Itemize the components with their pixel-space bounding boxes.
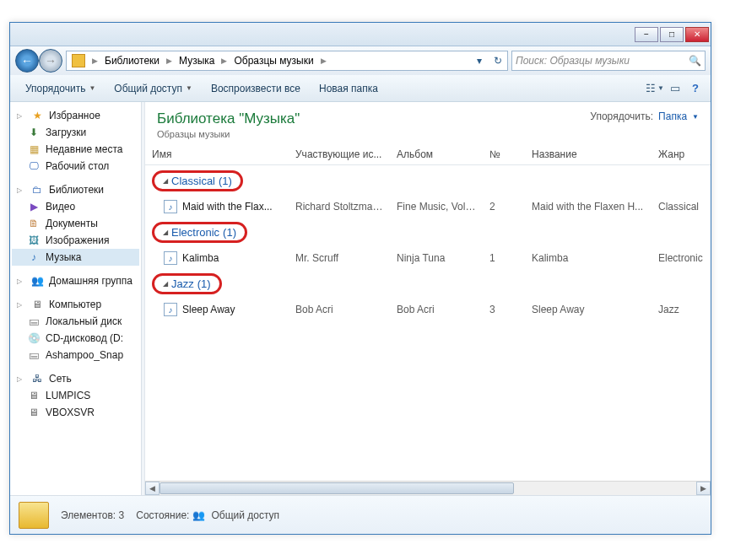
chevron-right-icon[interactable]: ▶ (90, 57, 100, 65)
column-genre[interactable]: Жанр (652, 148, 711, 160)
column-headers: Имя Участвующие ис... Альбом № Название … (145, 144, 711, 165)
titlebar: − □ ✕ (10, 23, 711, 46)
content-pane: Библиотека "Музыка" Образцы музыки Упоря… (145, 102, 711, 495)
expand-icon[interactable]: ▷ (17, 301, 25, 309)
sidebar-item-documents[interactable]: 🗎Документы (12, 215, 139, 232)
scroll-right-arrow[interactable]: ▶ (696, 482, 711, 495)
sidebar-item-cd-drive[interactable]: 💿CD-дисковод (D: (12, 330, 139, 347)
sidebar-item-vboxsvr[interactable]: 🖥VBOXSVR (12, 404, 139, 421)
scroll-thumb[interactable] (160, 482, 514, 494)
sidebar-item-libraries[interactable]: ▷🗀Библиотеки (12, 181, 139, 198)
item-count: Элементов: 3 (61, 509, 124, 521)
network-icon: 🖧 (30, 372, 44, 385)
group-header[interactable]: ◢ Jazz (1) (145, 268, 711, 299)
sidebar-item-local-disk[interactable]: 🖴Локальный диск (12, 313, 139, 330)
sidebar-item-images[interactable]: 🖼Изображения (12, 232, 139, 249)
expand-icon[interactable]: ▷ (17, 112, 25, 120)
sidebar-item-ashampoo[interactable]: 🖴Ashampoo_Snap (12, 347, 139, 363)
shared-status: Состояние: 👥 Общий доступ (136, 509, 279, 521)
sidebar-item-homegroup[interactable]: ▷👥Домашняя группа (12, 272, 139, 289)
navigation-pane: ▷★Избранное ⬇Загрузки ▦Недавние места 🖵Р… (10, 102, 142, 495)
sidebar-item-network[interactable]: ▷🖧Сеть (12, 370, 139, 387)
chevron-right-icon[interactable]: ▶ (219, 57, 229, 65)
collapse-icon[interactable]: ◢ (163, 177, 168, 185)
share-icon: 👥 (192, 509, 208, 521)
chevron-down-icon: ▼ (89, 84, 95, 92)
homegroup-icon: 👥 (30, 274, 44, 288)
audio-file-icon: ♪ (164, 200, 177, 213)
back-button[interactable]: ← (15, 49, 39, 73)
arrange-by[interactable]: Упорядочить: Папка ▼ (590, 110, 699, 122)
sidebar-item-desktop[interactable]: 🖵Рабочий стол (12, 158, 139, 175)
column-number[interactable]: № (483, 148, 525, 160)
dropdown-icon[interactable]: ▾ (470, 55, 489, 67)
cd-icon: 💿 (27, 331, 41, 345)
video-icon: ▶ (27, 200, 41, 213)
organize-menu[interactable]: Упорядочить▼ (17, 79, 104, 98)
share-menu[interactable]: Общий доступ▼ (105, 79, 201, 98)
refresh-icon[interactable]: ↻ (489, 55, 507, 67)
breadcrumb[interactable]: Библиотеки (100, 51, 165, 70)
file-row[interactable]: ♪Sleep Away Bob Acri Bob Acri 3 Sleep Aw… (145, 299, 711, 320)
folder-icon (72, 54, 85, 67)
folder-icon (19, 502, 49, 529)
preview-pane-button[interactable]: ▭ (667, 81, 684, 96)
library-icon: 🗀 (30, 183, 44, 197)
breadcrumb[interactable]: Образцы музыки (229, 51, 318, 70)
sidebar-item-computer[interactable]: ▷🖥Компьютер (12, 296, 139, 313)
star-icon: ★ (30, 109, 44, 122)
new-folder-button[interactable]: Новая папка (311, 79, 387, 98)
file-row[interactable]: ♪Kalimba Mr. Scruff Ninja Tuna 1 Kalimba… (145, 248, 711, 268)
drive-icon: 🖴 (27, 315, 41, 328)
computer-icon: 🖥 (27, 389, 41, 402)
desktop-icon: 🖵 (27, 159, 41, 173)
chevron-right-icon[interactable]: ▶ (165, 57, 174, 65)
music-icon: ♪ (27, 250, 41, 264)
scroll-left-arrow[interactable]: ◀ (145, 482, 160, 495)
forward-button[interactable]: → (39, 49, 62, 73)
drive-icon: 🖴 (27, 348, 41, 362)
column-title[interactable]: Название (525, 148, 652, 160)
navigation-bar: ← → ▶ Библиотеки ▶ Музыка ▶ Образцы музы… (10, 46, 711, 75)
status-bar: Элементов: 3 Состояние: 👥 Общий доступ (10, 495, 711, 534)
collapse-icon[interactable]: ◢ (163, 229, 168, 236)
chevron-down-icon: ▼ (692, 113, 699, 121)
breadcrumb[interactable]: Музыка (174, 51, 219, 70)
sidebar-item-recent[interactable]: ▦Недавние места (12, 141, 139, 158)
search-icon[interactable]: 🔍 (689, 55, 701, 67)
computer-icon: 🖥 (30, 298, 44, 311)
expand-icon[interactable]: ▷ (17, 375, 25, 383)
expand-icon[interactable]: ▷ (17, 277, 25, 285)
column-name[interactable]: Имя (145, 148, 289, 160)
sidebar-item-favorites[interactable]: ▷★Избранное (12, 107, 139, 124)
toolbar: Упорядочить▼ Общий доступ▼ Воспроизвести… (10, 75, 711, 102)
view-options-button[interactable]: ☷▼ (646, 81, 663, 96)
collapse-icon[interactable]: ◢ (163, 280, 168, 288)
file-row[interactable]: ♪Maid with the Flax... Richard Stoltzman… (145, 197, 711, 217)
expand-icon[interactable]: ▷ (17, 186, 25, 194)
sidebar-item-lumpics[interactable]: 🖥LUMPICS (12, 387, 139, 404)
document-icon: 🗎 (27, 217, 41, 230)
search-placeholder: Поиск: Образцы музыки (516, 55, 630, 67)
minimize-button[interactable]: − (635, 27, 658, 42)
sidebar-item-downloads[interactable]: ⬇Загрузки (12, 124, 139, 141)
chevron-right-icon[interactable]: ▶ (319, 57, 328, 65)
close-button[interactable]: ✕ (685, 27, 709, 42)
library-title: Библиотека "Музыка" (157, 110, 300, 127)
group-header[interactable]: ◢ Electronic (1) (145, 217, 711, 248)
maximize-button[interactable]: □ (660, 27, 684, 42)
column-artists[interactable]: Участвующие ис... (289, 148, 390, 160)
help-button[interactable]: ? (687, 81, 704, 96)
address-bar[interactable]: ▶ Библиотеки ▶ Музыка ▶ Образцы музыки ▶… (66, 51, 508, 71)
column-album[interactable]: Альбом (390, 148, 483, 160)
computer-icon: 🖥 (27, 406, 41, 419)
group-header[interactable]: ◢ Classical (1) (145, 165, 711, 197)
horizontal-scrollbar[interactable]: ◀ ▶ (145, 481, 711, 495)
sidebar-item-music[interactable]: ♪Музыка (12, 249, 139, 266)
play-all-button[interactable]: Воспроизвести все (203, 79, 309, 98)
sidebar-item-video[interactable]: ▶Видео (12, 198, 139, 215)
audio-file-icon: ♪ (164, 303, 177, 316)
search-input[interactable]: Поиск: Образцы музыки 🔍 (511, 51, 706, 71)
library-subtitle: Образцы музыки (157, 129, 300, 139)
image-icon: 🖼 (27, 234, 41, 247)
